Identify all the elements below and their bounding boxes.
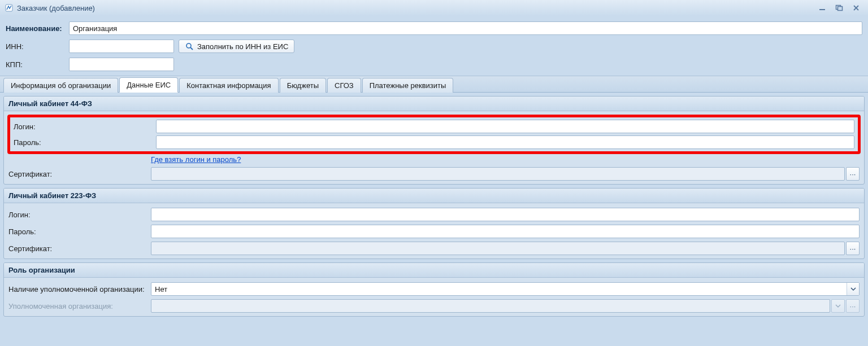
login223-label: Логин: xyxy=(8,211,151,219)
hasauth-select[interactable]: Нет xyxy=(151,282,860,296)
tab-content: Личный кабинет 44-ФЗ Логин: Пароль: Где … xyxy=(0,93,868,323)
minimize-button[interactable] xyxy=(815,3,830,13)
window-titlebar: Заказчик (добавление) xyxy=(0,0,868,16)
group-223fz: Личный кабинет 223-ФЗ Логин: Пароль: Сер… xyxy=(3,188,865,259)
hasauth-label: Наличие уполномоченной организации: xyxy=(8,285,151,294)
help-link[interactable]: Где взять логин и пароль? xyxy=(151,155,241,164)
cert223-label: Сертификат: xyxy=(8,244,151,253)
password44-label: Пароль: xyxy=(14,138,156,147)
svg-point-4 xyxy=(186,43,191,48)
tab-contacts[interactable]: Контактная информация xyxy=(179,78,278,93)
authorg-browse-button: ··· xyxy=(846,299,860,313)
group-role-title: Роль организации xyxy=(4,263,864,278)
group-223fz-title: Личный кабинет 223-ФЗ xyxy=(4,189,864,203)
name-label: Наименование: xyxy=(6,24,69,33)
password223-label: Пароль: xyxy=(8,227,151,236)
ellipsis-icon: ··· xyxy=(850,244,856,253)
svg-rect-1 xyxy=(819,9,825,10)
tab-eis-data[interactable]: Данные ЕИС xyxy=(119,77,178,93)
inn-label: ИНН: xyxy=(6,42,69,51)
authorg-input xyxy=(151,299,830,313)
authorg-label: Уполномоченная организация: xyxy=(8,302,151,310)
ellipsis-icon: ··· xyxy=(850,302,856,310)
ellipsis-icon: ··· xyxy=(850,170,856,178)
fill-from-eis-button[interactable]: Заполнить по ИНН из ЕИС xyxy=(179,40,294,53)
cert44-input[interactable] xyxy=(151,167,845,181)
search-icon xyxy=(185,42,194,51)
close-button[interactable] xyxy=(849,3,863,13)
tabs-bar: Информация об организации Данные ЕИС Кон… xyxy=(0,76,868,93)
password44-input[interactable] xyxy=(156,135,854,149)
group-44fz: Личный кабинет 44-ФЗ Логин: Пароль: Где … xyxy=(3,96,865,185)
tab-payment[interactable]: Платежные реквизиты xyxy=(362,78,454,93)
cert44-browse-button[interactable]: ··· xyxy=(846,167,860,181)
tab-org-info[interactable]: Информация об организации xyxy=(3,78,118,93)
top-form: Наименование: ИНН: Заполнить по ИНН из Е… xyxy=(0,16,868,76)
app-icon xyxy=(5,3,14,12)
tab-sgoz[interactable]: СГОЗ xyxy=(327,78,361,93)
cert44-label: Сертификат: xyxy=(8,170,151,178)
kpp-input[interactable] xyxy=(69,58,174,71)
cert223-input[interactable] xyxy=(151,242,845,255)
highlight-login-password: Логин: Пароль: xyxy=(7,115,861,154)
group-role: Роль организации Наличие уполномоченной … xyxy=(3,262,865,317)
group-44fz-title: Личный кабинет 44-ФЗ xyxy=(4,97,864,111)
svg-rect-3 xyxy=(838,7,843,11)
svg-line-5 xyxy=(190,47,193,50)
window-title: Заказчик (добавление) xyxy=(17,4,95,12)
password223-input[interactable] xyxy=(151,225,860,238)
login44-label: Логин: xyxy=(14,122,156,131)
authorg-dropdown-button xyxy=(831,299,845,313)
login44-input[interactable] xyxy=(156,120,854,133)
login223-input[interactable] xyxy=(151,208,860,221)
hasauth-value: Нет xyxy=(151,285,847,294)
cert223-browse-button[interactable]: ··· xyxy=(846,242,860,255)
fill-button-label: Заполнить по ИНН из ЕИС xyxy=(197,42,288,51)
maximize-button[interactable] xyxy=(832,3,847,13)
chevron-down-icon xyxy=(847,283,859,295)
name-input[interactable] xyxy=(69,21,862,35)
tab-budgets[interactable]: Бюджеты xyxy=(280,78,326,93)
kpp-label: КПП: xyxy=(6,60,69,69)
inn-input[interactable] xyxy=(69,40,174,53)
